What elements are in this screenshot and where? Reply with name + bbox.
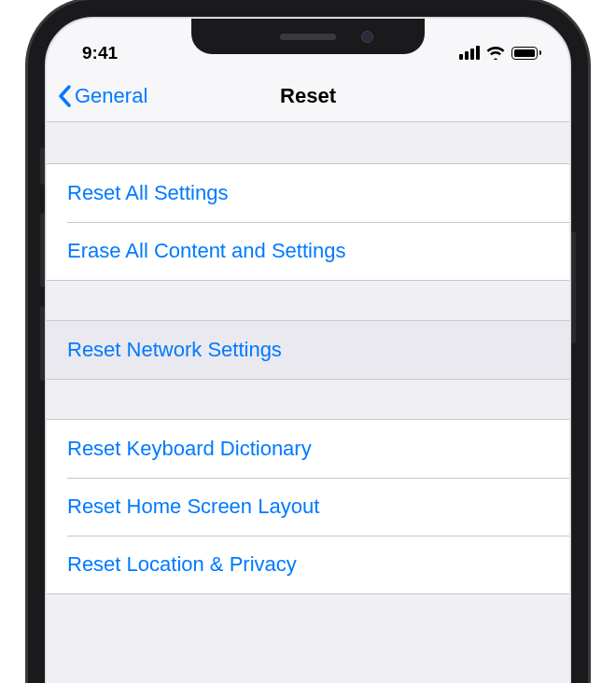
- battery-icon: [511, 47, 541, 60]
- cellular-signal-icon: [459, 46, 480, 60]
- power-button: [571, 231, 576, 343]
- back-label: General: [75, 84, 147, 108]
- reset-home-screen-layout[interactable]: Reset Home Screen Layout: [47, 478, 569, 536]
- section-gap: [47, 380, 569, 419]
- list-item-label: Reset Network Settings: [67, 338, 282, 361]
- erase-all-content-and-settings[interactable]: Erase All Content and Settings: [47, 222, 569, 280]
- list-item-label: Reset Keyboard Dictionary: [67, 437, 312, 460]
- notch: [191, 19, 425, 54]
- list-group: Reset All Settings Erase All Content and…: [47, 163, 569, 281]
- navigation-bar: General Reset: [47, 70, 569, 122]
- status-indicators: [459, 46, 541, 60]
- back-button[interactable]: General: [47, 84, 147, 108]
- content: Reset All Settings Erase All Content and…: [47, 122, 569, 635]
- phone-frame: 9:41 Gene: [28, 0, 588, 683]
- list-group: Reset Network Settings: [47, 320, 569, 380]
- list-item-label: Reset Location & Privacy: [67, 552, 297, 576]
- section-gap: [47, 281, 569, 320]
- reset-keyboard-dictionary[interactable]: Reset Keyboard Dictionary: [47, 420, 569, 478]
- chevron-left-icon: [58, 85, 73, 107]
- front-camera: [361, 31, 373, 43]
- reset-network-settings[interactable]: Reset Network Settings: [47, 321, 569, 379]
- volume-down-button: [40, 306, 45, 381]
- reset-location-and-privacy[interactable]: Reset Location & Privacy: [47, 536, 569, 593]
- mute-switch: [40, 147, 45, 185]
- section-gap: [47, 122, 569, 163]
- status-time: 9:41: [82, 43, 118, 63]
- list-group: Reset Keyboard Dictionary Reset Home Scr…: [47, 419, 569, 594]
- page-title: Reset: [280, 84, 336, 108]
- reset-all-settings[interactable]: Reset All Settings: [47, 164, 569, 222]
- wifi-icon: [486, 46, 505, 60]
- list-item-label: Erase All Content and Settings: [67, 239, 345, 262]
- list-item-label: Reset All Settings: [67, 181, 228, 204]
- volume-up-button: [40, 213, 45, 287]
- screen: 9:41 Gene: [47, 19, 569, 683]
- section-gap: [47, 594, 569, 635]
- list-item-label: Reset Home Screen Layout: [67, 495, 319, 518]
- speaker: [280, 34, 336, 40]
